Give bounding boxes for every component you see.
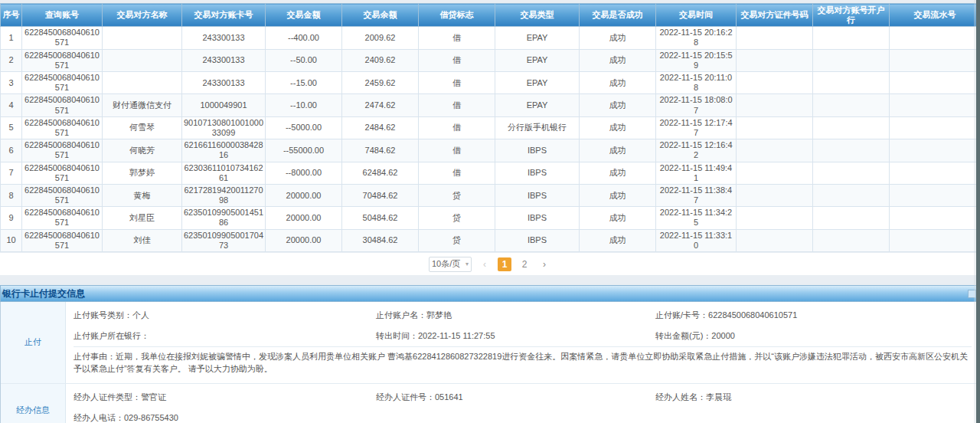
- table-cell: 6228450068040610571: [22, 162, 103, 184]
- table-cell: [737, 184, 813, 206]
- table-cell: 2022-11-15 12:17:47: [656, 116, 737, 139]
- table-cell: 2022-11-15 11:34:25: [656, 207, 737, 229]
- stop-payment-group: 止付 止付账号类别：个人 止付账户名：郭梦艳 止付账/卡号：6228450068…: [1, 302, 979, 384]
- table-row: 76228450068040610571郭梦婷62303611010734162…: [1, 162, 980, 184]
- table-row: 96228450068040610571刘星臣62350109905001451…: [1, 207, 980, 229]
- prev-page-button[interactable]: ‹: [478, 257, 492, 271]
- table-cell: [737, 72, 813, 94]
- table-cell: 分行版手机银行: [495, 116, 580, 139]
- table-cell: 243300133: [182, 27, 266, 49]
- table-cell: [103, 27, 182, 49]
- table-cell: 2484.62: [342, 116, 419, 139]
- table-cell: [890, 116, 980, 139]
- table-cell: 贷: [419, 207, 495, 229]
- field-transfer-time: 转出时间：2022-11-15 11:27:55: [376, 326, 655, 346]
- table-cell: 1000049901: [182, 94, 266, 116]
- table-cell: 借: [419, 139, 495, 162]
- table-cell: --15.00: [266, 72, 342, 94]
- table-cell: EPAY: [495, 72, 580, 94]
- table-cell: 2022-11-15 11:33:10: [656, 229, 737, 251]
- table-cell: 6228450068040610571: [22, 139, 103, 162]
- column-header: 交易流水号: [890, 4, 980, 27]
- table-cell: 6228450068040610571: [22, 72, 103, 94]
- table-cell: 9: [1, 207, 22, 229]
- table-cell: 2022-11-15 20:15:59: [656, 49, 737, 71]
- table-cell: 借: [419, 94, 495, 116]
- table-row: 66228450068040610571何晓芳62166116000038428…: [1, 139, 980, 162]
- table-cell: 刘星臣: [103, 207, 182, 229]
- field-handler-id-number: 经办人证件号：051641: [376, 387, 655, 408]
- table-cell: --5000.00: [266, 116, 342, 139]
- table-cell: 财付通微信支付: [103, 94, 182, 116]
- table-cell: 5: [1, 116, 22, 139]
- column-header: 交易对方名称: [103, 4, 182, 27]
- table-cell: 6217281942001127098: [182, 184, 266, 206]
- table-cell: 62484.62: [342, 162, 419, 184]
- column-header: 交易对方账卡号: [182, 4, 266, 27]
- table-cell: 6228450068040610571: [22, 184, 103, 206]
- table-cell: 2022-11-15 20:16:28: [656, 27, 737, 49]
- page-button-2[interactable]: 2: [518, 257, 531, 271]
- table-cell: [737, 116, 813, 139]
- table-cell: 4: [1, 94, 22, 116]
- table-cell: 6: [1, 139, 22, 162]
- handler-group-label: 经办信息: [1, 384, 66, 423]
- page-size-label: 10条/页: [432, 258, 466, 270]
- page-size-select[interactable]: 10条/页 ▾: [429, 257, 472, 272]
- table-cell: 6228450068040610571: [22, 49, 103, 71]
- table-cell: [890, 229, 980, 251]
- table-cell: EPAY: [495, 49, 580, 71]
- table-cell: [890, 207, 980, 229]
- stop-payment-group-label: 止付: [1, 302, 66, 383]
- table-cell: [737, 162, 813, 184]
- table-cell: 70484.62: [342, 184, 419, 206]
- table-cell: 30484.62: [342, 229, 419, 251]
- table-cell: [813, 229, 890, 251]
- table-cell: 成功: [580, 184, 656, 206]
- scrollbar[interactable]: [976, 0, 980, 423]
- field-handler-name: 经办人姓名：李晨琨: [655, 387, 972, 408]
- table-cell: 贷: [419, 184, 495, 206]
- table-cell: 2009.62: [342, 27, 419, 49]
- table-cell: --8000.00: [266, 162, 342, 184]
- table-cell: IBPS: [495, 229, 580, 251]
- table-cell: 6228450068040610571: [22, 207, 103, 229]
- table-cell: EPAY: [495, 94, 580, 116]
- table-cell: 成功: [580, 49, 656, 71]
- table-cell: [813, 139, 890, 162]
- table-cell: 贷: [419, 229, 495, 251]
- column-header: 交易对方证件号码: [737, 4, 813, 27]
- table-cell: [890, 72, 980, 94]
- table-cell: [737, 207, 813, 229]
- table-cell: 2022-11-15 11:49:41: [656, 162, 737, 184]
- table-cell: 借: [419, 49, 495, 71]
- table-cell: 2022-11-15 11:38:47: [656, 184, 737, 206]
- table-row: 26228450068040610571243300133--50.002409…: [1, 49, 980, 71]
- table-cell: 3: [1, 72, 22, 94]
- column-header: 借贷标志: [419, 4, 495, 27]
- pagination: 10条/页 ▾ ‹ 1 2 ›: [0, 252, 980, 275]
- table-cell: 成功: [580, 207, 656, 229]
- table-cell: [103, 49, 182, 71]
- table-cell: 借: [419, 162, 495, 184]
- table-row: 86228450068040610571黄梅621728194200112709…: [1, 184, 980, 206]
- table-cell: 6228450068040610571: [22, 229, 103, 251]
- page-button-1[interactable]: 1: [498, 257, 511, 271]
- table-cell: 2474.62: [342, 94, 419, 116]
- table-cell: 借: [419, 116, 495, 139]
- next-page-button[interactable]: ›: [537, 257, 551, 271]
- table-cell: 2022-11-15 20:11:08: [656, 72, 737, 94]
- transactions-header-row: 序号查询账号交易对方名称交易对方账卡号交易金额交易余额借贷标志交易类型交易是否成…: [1, 4, 980, 27]
- table-cell: 借: [419, 27, 495, 49]
- table-cell: 243300133: [182, 72, 266, 94]
- table-cell: 6228450068040610571: [22, 94, 103, 116]
- field-transfer-amount: 转出金额(元)：20000: [655, 326, 972, 346]
- field-account-category: 止付账号类别：个人: [74, 305, 376, 326]
- stop-payment-reason: 止付事由：近期，我单位在接报刘妮被骗警情中，发现涉案人员利用贵单位相关账户 曹鸿…: [74, 346, 972, 380]
- field-handler-id-type: 经办人证件类型：警官证: [74, 387, 376, 408]
- table-cell: 2022-11-15 18:08:07: [656, 94, 737, 116]
- column-header: 交易对方账号开户行: [813, 4, 890, 27]
- field-card-number: 止付账/卡号：6228450068040610571: [655, 305, 972, 326]
- column-header: 交易时间: [656, 4, 737, 27]
- table-cell: EPAY: [495, 27, 580, 49]
